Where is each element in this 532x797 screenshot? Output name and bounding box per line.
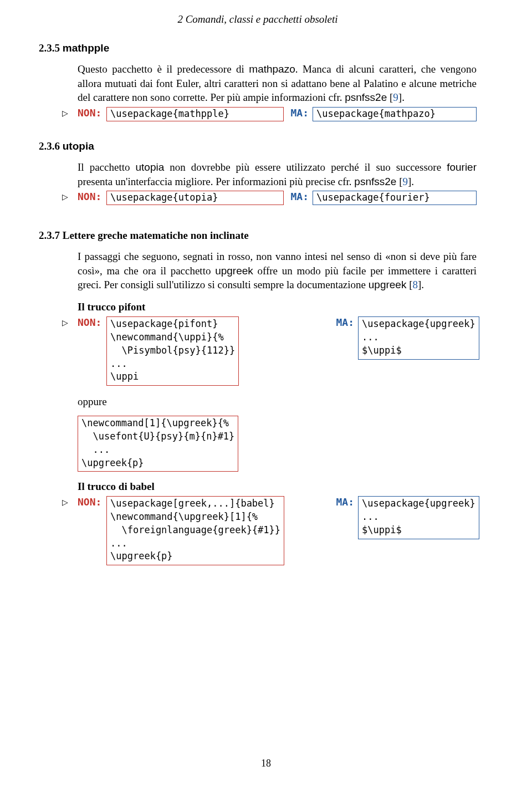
heading-num: 2.3.5 [39,42,60,54]
heading-235: 2.3.5 mathpple [39,42,477,54]
non-code-235: \usepackage{mathpple} [106,107,284,121]
ma-label: MA: [329,316,358,328]
triangle-icon: ▷ [62,318,68,328]
para-236: Il pacchetto utopia non dovrebbe più ess… [78,160,477,188]
oppure-label: oppure [78,396,477,408]
ma-block-babel: \usepackage{upgreek} ... $\uppi$ [358,496,479,539]
non-block-pifont: \usepackage{pifont} \newcommand{\uppi}{%… [106,316,239,386]
heading-num: 2.3.6 [39,140,60,152]
chapter-header: 2 Comandi, classi e pacchetti obsoleti [39,13,477,25]
triangle-icon: ▷ [62,109,68,118]
ma-label: MA: [329,496,358,508]
heading-num: 2.3.7 [39,229,60,241]
heading-rest: Lettere greche matematiche non inclinate [63,229,249,241]
non-label: NON: [78,191,106,202]
triangle-icon: ▷ [62,192,68,202]
heading-236: 2.3.6 utopia [39,140,477,152]
ma-block-pifont: \usepackage{upgreek} ... $\uppi$ [358,316,479,359]
ma-label: MA: [284,107,313,119]
para-235: Questo pacchetto è il predecessore di ma… [78,62,477,105]
non-label: NON: [78,316,106,328]
non-block-babel: \usepackage[greek,...]{babel} \newcomman… [106,496,284,565]
ma-label: MA: [284,191,313,202]
triangle-icon: ▷ [62,498,68,507]
non-label: NON: [78,496,106,508]
heading-237: 2.3.7 Lettere greche matematiche non inc… [39,229,477,242]
subheading-babel: Il trucco di babel [78,481,477,493]
non-code-236: \usepackage{utopia} [106,191,284,205]
heading-pkg: utopia [63,140,94,152]
subheading-pifont: Il trucco pifont [78,301,477,313]
non-block-alt: \newcommand[1]{\upgreek}{% \usefont{U}{p… [78,416,238,472]
ma-code-235: \usepackage{mathpazo} [313,107,477,121]
non-label: NON: [78,107,106,119]
para-237: I passaggi che seguono, segnati in rosso… [78,249,477,292]
heading-pkg: mathpple [63,42,109,54]
ma-code-236: \usepackage{fourier} [313,191,477,205]
page-container: 2 Comandi, classi e pacchetti obsoleti 2… [0,0,532,797]
page-number: 18 [0,758,532,769]
